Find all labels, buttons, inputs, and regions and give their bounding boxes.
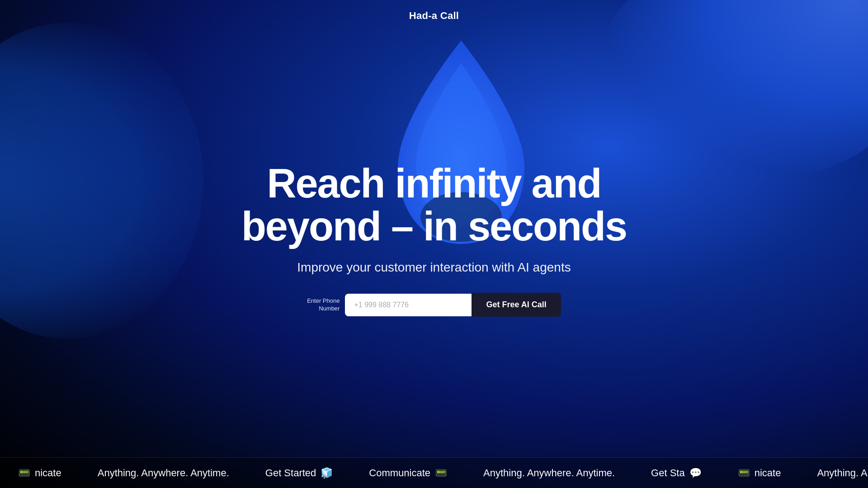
subheadline: Improve your customer interaction with A… bbox=[297, 260, 571, 275]
hero-section: Reach infinity and beyond – in seconds I… bbox=[0, 0, 868, 488]
phone-emoji-3: 📟 bbox=[738, 467, 750, 479]
hero-content: Reach infinity and beyond – in seconds I… bbox=[241, 162, 627, 317]
phone-emoji-2: 📟 bbox=[435, 467, 447, 479]
navbar: Had-a Call bbox=[0, 0, 868, 32]
main-headline: Reach infinity and beyond – in seconds bbox=[241, 162, 627, 248]
phone-label: Enter Phone Number bbox=[307, 297, 340, 313]
ticker-item: Anything. Anywhere. Anytime. bbox=[465, 467, 633, 479]
logo: Had-a Call bbox=[409, 10, 459, 22]
ticker-item: 📟 nicate bbox=[720, 467, 799, 479]
phone-emoji: 📟 bbox=[18, 467, 30, 479]
ticker-item: Get Sta 💬 bbox=[633, 467, 720, 479]
ticker-item: 📟 nicate bbox=[0, 467, 80, 479]
ticker-item: Communicate 📟 bbox=[351, 467, 465, 479]
ticker-item: Anything. Anywhere. Anytime. bbox=[80, 467, 247, 479]
ticker-bar: 📟 nicate Anything. Anywhere. Anytime. Ge… bbox=[0, 457, 868, 488]
cube-emoji: 🧊 bbox=[321, 467, 333, 479]
ticker-item: Anything. Anywhere. Anytime. bbox=[799, 467, 868, 479]
chat-emoji: 💬 bbox=[689, 467, 702, 479]
get-free-call-button[interactable]: Get Free AI Call bbox=[472, 293, 561, 317]
ticker-item: Get Started 🧊 bbox=[247, 467, 351, 479]
ticker-track: 📟 nicate Anything. Anywhere. Anytime. Ge… bbox=[0, 467, 868, 479]
headline-line1: Reach infinity and bbox=[267, 161, 601, 206]
phone-input[interactable] bbox=[345, 294, 472, 316]
headline-line2: beyond – in seconds bbox=[241, 204, 627, 249]
cta-row: Enter Phone Number Get Free AI Call bbox=[307, 293, 561, 317]
